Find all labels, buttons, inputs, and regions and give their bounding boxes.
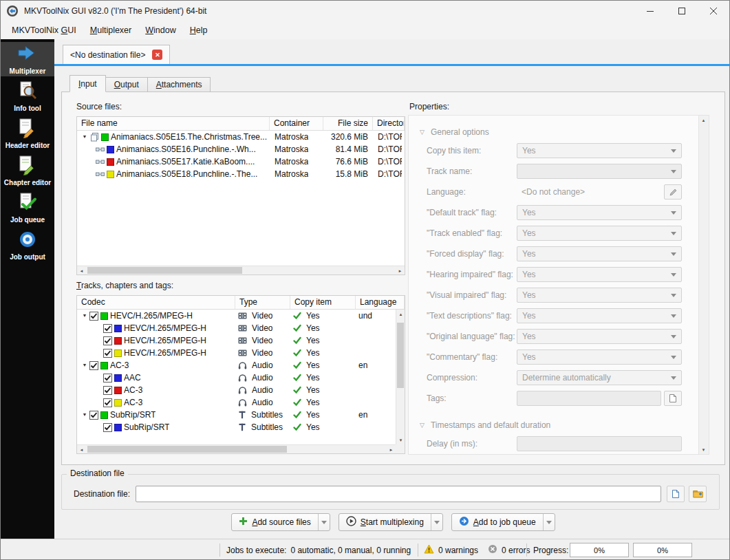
add-to-job-queue-button[interactable]: Add to job queue (451, 513, 555, 531)
copy-this-item-combo[interactable]: Yes (517, 143, 682, 158)
compression-combo[interactable]: Determine automatically (517, 370, 682, 385)
maximize-button[interactable] (666, 1, 698, 21)
timestamps-header[interactable]: ▽ Timestamps and default duration (420, 418, 682, 432)
tab-input[interactable]: Input (69, 75, 106, 92)
start-multiplexing-button[interactable]: Start multiplexing (339, 513, 443, 531)
track-checkbox[interactable] (103, 349, 112, 358)
sidebar-item-job-output[interactable]: Job output (1, 228, 54, 262)
destination-file-input[interactable] (136, 486, 661, 502)
add-source-files-button[interactable]: Add source files (231, 513, 330, 531)
source-files-hscrollbar[interactable]: ◄ ► (77, 266, 405, 274)
add-source-files-dropdown[interactable] (318, 514, 330, 530)
track-checkbox[interactable] (103, 386, 112, 395)
track-row[interactable]: ▼ AAC Audio Yes (77, 371, 405, 384)
text-descriptions-flag-combo[interactable]: Yes (517, 308, 682, 323)
track-row[interactable]: ▼ HEVC/H.265/MPEG-H Video Yes (77, 347, 405, 359)
scrollbar-thumb[interactable] (87, 446, 287, 453)
column-copy-item[interactable]: Copy item (290, 296, 356, 309)
track-row[interactable]: ▼ SubRip/SRT Subtitles Yes en (77, 409, 405, 421)
tags-input[interactable] (517, 391, 661, 406)
track-checkbox[interactable] (103, 324, 112, 333)
expander-icon[interactable]: ▼ (80, 359, 89, 371)
scroll-left-icon[interactable]: ◄ (77, 266, 86, 275)
track-row[interactable]: ▼ AC-3 Audio Yes (77, 384, 405, 396)
start-multiplexing-dropdown[interactable] (431, 514, 442, 530)
track-enabled-flag-combo[interactable]: Yes (517, 226, 682, 241)
original-language-flag-label: "Original language" flag: (420, 332, 517, 341)
commentary-flag-combo[interactable]: Yes (517, 349, 682, 365)
source-file-row[interactable]: ▼ Animaniacs.S05E16.Punchline.-.Wh... Ma… (77, 143, 405, 155)
scroll-left-icon[interactable]: ◄ (77, 445, 86, 454)
track-name-combo[interactable] (517, 164, 682, 179)
column-language[interactable]: Language (356, 296, 405, 309)
open-destination-folder-button[interactable] (689, 486, 707, 502)
default-track-flag-combo[interactable]: Yes (517, 205, 682, 220)
sidebar-item-header-editor[interactable]: Header editor (1, 116, 54, 151)
scroll-up-icon[interactable]: ▲ (699, 116, 708, 125)
menu-window[interactable]: Window (138, 23, 182, 38)
current-progress-bar: 0% (570, 543, 629, 557)
sidebar-item-chapter-editor[interactable]: Chapter editor (1, 153, 54, 188)
track-row[interactable]: ▼ HEVC/H.265/MPEG-H Video Yes u (77, 310, 405, 322)
destination-tab[interactable]: <No destination file> ✕ (63, 45, 170, 64)
close-button[interactable] (698, 1, 729, 21)
source-file-row[interactable]: ▼ Animaniacs.S05E17.Katie.KaBoom.... Mat… (77, 155, 405, 168)
track-checkbox[interactable] (103, 423, 112, 432)
general-options-header[interactable]: ▽ General options (420, 125, 682, 139)
sidebar-item-multiplexer[interactable]: Multiplexer (1, 42, 54, 76)
tab-output[interactable]: Output (106, 77, 148, 92)
track-row[interactable]: ▼ AC-3 Audio Yes (77, 396, 405, 409)
scrollbar-thumb[interactable] (397, 323, 404, 388)
copy-item-value: Yes (306, 359, 320, 371)
sidebar-item-job-queue[interactable]: Job queue (1, 191, 54, 225)
track-row[interactable]: ▼ HEVC/H.265/MPEG-H Video Yes (77, 334, 405, 347)
properties-vscrollbar[interactable]: ▲ ▼ (698, 116, 709, 454)
column-directory[interactable]: Directory (373, 117, 405, 130)
minimize-button[interactable] (634, 1, 666, 21)
scroll-right-icon[interactable]: ► (396, 266, 405, 275)
column-type[interactable]: Type (235, 296, 290, 309)
delay-input[interactable] (517, 436, 682, 451)
track-checkbox[interactable] (89, 411, 98, 420)
menu-mkvtoolnix-gui[interactable]: MKVToolNix GUI (5, 23, 83, 38)
track-checkbox[interactable] (89, 312, 98, 321)
expander-icon[interactable]: ▼ (80, 409, 89, 421)
visual-impaired-flag-combo[interactable]: Yes (517, 288, 682, 303)
original-language-flag-combo[interactable]: Yes (517, 329, 682, 344)
track-row[interactable]: ▼ SubRip/SRT Subtitles Yes (77, 421, 405, 433)
tracks-vscrollbar[interactable]: ▲ ▼ (396, 310, 405, 444)
menu-help[interactable]: Help (183, 23, 215, 38)
menu-multiplexer[interactable]: Multiplexer (83, 23, 138, 38)
column-codec[interactable]: Codec (77, 296, 235, 309)
scroll-up-icon[interactable]: ▲ (396, 310, 405, 319)
column-container[interactable]: Container (270, 117, 323, 130)
tab-attachments[interactable]: Attachments (148, 77, 211, 92)
scrollbar-thumb[interactable] (87, 267, 242, 274)
forced-display-flag-combo[interactable]: Yes (517, 246, 682, 261)
visual-impaired-flag-row: "Visual impaired" flag: Yes (420, 288, 682, 303)
close-tab-icon[interactable]: ✕ (152, 50, 162, 60)
expander-icon[interactable]: ▼ (80, 131, 89, 143)
add-to-job-queue-dropdown[interactable] (543, 514, 555, 530)
column-file-name[interactable]: File name (77, 117, 270, 130)
source-file-row[interactable]: ▼ Animaniacs.S05E18.Punchline.-.The... M… (77, 168, 405, 180)
track-row[interactable]: ▼ HEVC/H.265/MPEG-H Video Yes (77, 322, 405, 334)
scroll-right-icon[interactable]: ► (387, 445, 396, 454)
scroll-down-icon[interactable]: ▼ (396, 435, 405, 444)
jobs-to-execute-value: 0 automatic, 0 manual, 0 running (290, 546, 411, 555)
browse-destination-button[interactable] (667, 486, 685, 502)
edit-language-button[interactable] (664, 184, 682, 200)
track-checkbox[interactable] (103, 398, 112, 407)
sidebar-item-info-tool[interactable]: Info tool (1, 79, 54, 114)
tracks-hscrollbar[interactable]: ◄ ► (77, 444, 396, 453)
hearing-impaired-flag-combo[interactable]: Yes (517, 267, 682, 282)
track-row[interactable]: ▼ AC-3 Audio Yes en (77, 359, 405, 371)
column-file-size[interactable]: File size (323, 117, 373, 130)
source-file-row[interactable]: ▼ Animaniacs.S05E15.The.Christmas.Tree..… (77, 131, 405, 143)
scroll-down-icon[interactable]: ▼ (699, 445, 708, 454)
browse-tags-button[interactable] (664, 391, 682, 406)
expander-icon[interactable]: ▼ (80, 310, 89, 322)
track-checkbox[interactable] (103, 374, 112, 383)
track-checkbox[interactable] (103, 336, 112, 345)
track-checkbox[interactable] (89, 361, 98, 370)
